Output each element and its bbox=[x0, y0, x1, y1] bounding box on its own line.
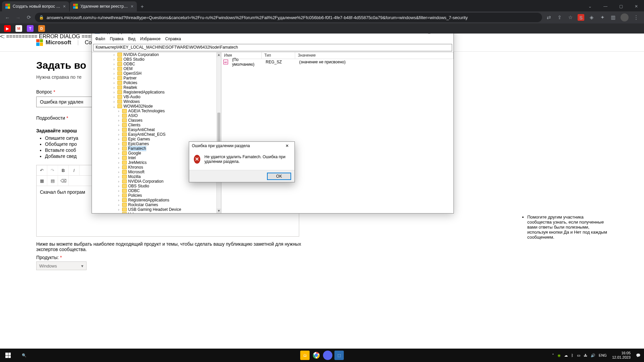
bold-button[interactable]: B bbox=[58, 165, 69, 175]
expand-icon[interactable]: › bbox=[117, 184, 121, 188]
expand-icon[interactable]: › bbox=[117, 142, 121, 146]
tree-item[interactable]: ⌄WOW6432Node bbox=[92, 104, 216, 109]
tree-item[interactable]: ›NVIDIA Corporation bbox=[92, 52, 216, 57]
regedit-minimize[interactable]: ― bbox=[407, 34, 420, 36]
expand-icon[interactable]: › bbox=[117, 203, 121, 207]
table-button[interactable]: ▤ bbox=[47, 176, 58, 186]
expand-icon[interactable]: › bbox=[117, 109, 121, 113]
tree-item[interactable]: ›OBS Studio bbox=[92, 184, 216, 188]
tree-item[interactable]: ›OpenSSH bbox=[92, 71, 216, 76]
ok-button[interactable]: OK bbox=[267, 173, 291, 180]
browser-tab-2[interactable]: Удаление ветки реестра - "Оши × bbox=[70, 1, 137, 11]
tray-chevron-icon[interactable]: ˄ bbox=[552, 353, 554, 358]
taskbar-regedit[interactable]: ⬚ bbox=[334, 351, 344, 360]
tray-notifications-icon[interactable]: 💬 bbox=[636, 353, 641, 358]
menu-file[interactable]: Файл bbox=[95, 37, 105, 43]
tree-item[interactable]: ›Partner bbox=[92, 76, 216, 80]
expand-icon[interactable]: › bbox=[112, 95, 116, 99]
expand-icon[interactable]: › bbox=[117, 194, 121, 197]
undo-button[interactable]: ↶ bbox=[37, 165, 47, 175]
back-button[interactable]: ← bbox=[3, 13, 12, 22]
tree-item[interactable]: ›OBS Studio bbox=[92, 57, 216, 62]
expand-icon[interactable]: › bbox=[117, 147, 121, 150]
tree-scrollbar[interactable]: ▲ ▼ bbox=[216, 52, 221, 213]
close-button[interactable]: ✕ bbox=[629, 1, 644, 11]
tree-item[interactable]: ›Policies bbox=[92, 193, 216, 198]
tree-item[interactable]: ›ASIO bbox=[92, 113, 216, 118]
expand-icon[interactable]: › bbox=[112, 72, 116, 75]
expand-icon[interactable]: › bbox=[117, 114, 121, 118]
tray-language[interactable]: ENG bbox=[599, 353, 607, 357]
tree-item[interactable]: ›USB Gaming Headset Device bbox=[92, 207, 216, 212]
start-button[interactable] bbox=[0, 349, 16, 362]
bookmark-youtube[interactable]: ▶ bbox=[4, 25, 11, 32]
regedit-tree[interactable]: ›NVIDIA Corporation›OBS Studio›ODBC›OEM›… bbox=[92, 52, 216, 213]
extensions-icon[interactable]: ✦ bbox=[599, 14, 606, 21]
dialog-close-button[interactable]: ✕ bbox=[282, 142, 292, 149]
expand-icon[interactable]: › bbox=[112, 86, 116, 89]
tab-close-icon[interactable]: × bbox=[63, 4, 66, 9]
expand-icon[interactable]: › bbox=[117, 180, 121, 183]
tree-item[interactable]: ›Epic Games bbox=[92, 137, 216, 141]
image-button[interactable]: ▦ bbox=[37, 176, 47, 186]
expand-icon[interactable]: › bbox=[117, 166, 121, 169]
expand-icon[interactable]: › bbox=[117, 198, 121, 202]
regedit-maximize[interactable]: ▢ bbox=[423, 34, 435, 36]
tree-item[interactable]: ›Valve bbox=[92, 212, 216, 213]
tree-item[interactable]: ›RegisteredApplications bbox=[92, 90, 216, 95]
forward-button[interactable]: → bbox=[13, 13, 23, 22]
reload-button[interactable]: ⟳ bbox=[24, 13, 34, 22]
menu-favorites[interactable]: Избранное bbox=[140, 37, 161, 43]
tree-item[interactable]: ›EasyAntiCheat bbox=[92, 127, 216, 132]
tree-item[interactable]: ›Rockstar Games bbox=[92, 202, 216, 207]
tab-close-icon[interactable]: × bbox=[131, 4, 133, 9]
profile-avatar[interactable] bbox=[621, 13, 629, 21]
scroll-down-icon[interactable]: ▼ bbox=[217, 208, 221, 213]
translate-icon[interactable]: ⇄ bbox=[545, 14, 552, 21]
expand-icon[interactable]: › bbox=[117, 170, 121, 174]
tray-network-icon[interactable]: 🖧 bbox=[584, 353, 587, 357]
bookmark-icon[interactable]: ☆ bbox=[567, 14, 574, 21]
tree-item[interactable]: ›VB-Audio bbox=[92, 95, 216, 99]
new-tab-button[interactable]: + bbox=[138, 2, 147, 11]
shield-icon[interactable]: ◈ bbox=[588, 14, 595, 21]
italic-button[interactable]: I bbox=[69, 165, 79, 175]
tree-item[interactable]: ›ODBC bbox=[92, 188, 216, 193]
expand-icon[interactable]: ⌄ bbox=[112, 105, 116, 108]
tray-bluetooth-icon[interactable]: ᛒ bbox=[571, 353, 574, 357]
bookmark-d[interactable]: D bbox=[38, 25, 45, 32]
expand-icon[interactable]: › bbox=[112, 67, 116, 71]
expand-icon[interactable]: › bbox=[112, 81, 116, 85]
expand-icon[interactable]: › bbox=[117, 128, 121, 132]
expand-icon[interactable]: › bbox=[117, 213, 121, 214]
tree-item[interactable]: ›OEM bbox=[92, 66, 216, 71]
regedit-titlebar[interactable]: Редактор реестра ― ▢ ✕ bbox=[92, 34, 453, 37]
extension-badge[interactable]: S bbox=[578, 14, 584, 21]
tree-item[interactable]: ›Clients bbox=[92, 123, 216, 127]
expand-icon[interactable]: › bbox=[112, 62, 116, 66]
tree-item[interactable]: ›Policies bbox=[92, 80, 216, 85]
expand-icon[interactable]: › bbox=[112, 53, 116, 57]
expand-icon[interactable]: › bbox=[117, 208, 121, 212]
expand-icon[interactable]: › bbox=[117, 137, 121, 141]
menu-view[interactable]: Вид bbox=[128, 37, 136, 43]
expand-icon[interactable]: › bbox=[117, 189, 121, 193]
taskbar-app-1[interactable] bbox=[323, 351, 332, 360]
share-icon[interactable]: ⇪ bbox=[556, 14, 563, 21]
tree-item[interactable]: ›RegisteredApplications bbox=[92, 198, 216, 202]
expand-icon[interactable]: › bbox=[117, 161, 121, 165]
expand-icon[interactable]: › bbox=[117, 175, 121, 179]
expand-icon[interactable]: › bbox=[117, 156, 121, 160]
regedit-path[interactable]: Компьютер\HKEY_LOCAL_MACHINE\SOFTWARE\WO… bbox=[93, 44, 452, 51]
col-value[interactable]: Значение bbox=[295, 52, 453, 59]
value-row[interactable]: ab (По умолчанию) REG_SZ (значение не пр… bbox=[221, 59, 453, 65]
tray-battery-icon[interactable]: ▭ bbox=[577, 353, 580, 358]
expand-icon[interactable]: › bbox=[117, 133, 121, 136]
expand-icon[interactable]: › bbox=[117, 123, 121, 127]
bookmark-gmail[interactable]: M bbox=[15, 25, 22, 32]
tray-onedrive-icon[interactable]: ☁ bbox=[564, 353, 568, 358]
menu-edit[interactable]: Правка bbox=[110, 37, 124, 43]
microsoft-logo[interactable]: Microsoft bbox=[36, 39, 71, 46]
search-button[interactable]: 🔍 bbox=[16, 349, 32, 362]
menu-help[interactable]: Справка bbox=[165, 37, 181, 43]
